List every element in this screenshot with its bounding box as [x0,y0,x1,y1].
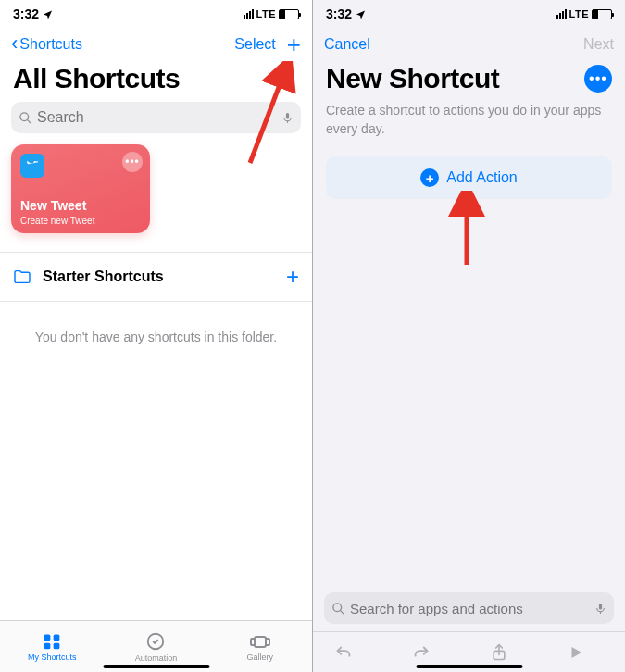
tab-label: Automation [135,653,178,663]
search-field[interactable] [11,102,301,133]
page-title: All Shortcuts [13,63,180,94]
tab-my-shortcuts[interactable]: My Shortcuts [0,621,104,672]
status-time: 3:32 [326,6,352,21]
svg-line-1 [27,119,31,123]
svg-rect-11 [266,639,269,645]
svg-rect-4 [44,634,51,641]
card-title: New Tweet [20,198,86,213]
status-bar: 3:32 LTE [0,0,312,28]
battery-icon [279,9,299,19]
gallery-icon [249,632,271,651]
nav-bar: Cancel Next [313,28,625,61]
empty-state-text: You don't have any shortcuts in this fol… [0,302,312,372]
add-action-button[interactable]: + Add Action [326,156,612,199]
tab-label: My Shortcuts [28,653,77,662]
folder-row-starter[interactable]: Starter Shortcuts + [0,253,312,301]
svg-rect-9 [255,637,266,647]
folder-icon [13,269,31,284]
location-icon [43,9,53,19]
svg-rect-5 [54,634,60,641]
status-time: 3:32 [13,6,39,21]
folder-add-button[interactable]: + [286,264,299,290]
next-button[interactable]: Next [583,36,614,53]
back-label: Shortcuts [19,36,82,53]
svg-rect-7 [54,642,60,649]
nav-bar: ‹ Shortcuts Select + [0,28,312,61]
plus-circle-icon: + [420,168,439,187]
signal-icon [556,9,567,19]
play-button[interactable] [568,644,605,661]
page-title: New Shortcut [326,63,499,94]
svg-line-13 [340,610,344,614]
svg-rect-14 [599,604,602,610]
home-indicator[interactable] [416,665,522,668]
chevron-left-icon: ‹ [11,33,18,54]
search-input[interactable] [37,109,281,126]
add-action-label: Add Action [446,169,518,186]
back-button[interactable]: ‹ Shortcuts [11,34,82,55]
card-subtitle: Create new Tweet [20,216,94,226]
search-icon [19,111,32,125]
svg-rect-2 [286,113,289,118]
shortcut-card-new-tweet[interactable]: ••• New Tweet Create new Tweet [11,144,150,233]
search-actions-field[interactable] [324,592,614,624]
folder-label: Starter Shortcuts [43,268,164,285]
card-options-button[interactable]: ••• [122,152,143,172]
tab-label: Gallery [247,653,274,662]
mic-icon[interactable] [594,601,606,616]
network-label: LTE [569,8,589,19]
mic-icon[interactable] [281,110,294,126]
select-button[interactable]: Select [234,36,275,53]
battery-icon [592,9,612,19]
more-options-button[interactable]: ••• [584,65,612,93]
svg-rect-10 [251,639,255,645]
search-icon [331,602,345,616]
search-actions-input[interactable] [350,601,594,616]
tab-gallery[interactable]: Gallery [208,621,312,672]
grid-icon [42,632,62,651]
redo-button[interactable] [411,642,448,663]
signal-icon [244,9,254,19]
add-shortcut-button[interactable]: + [287,32,301,56]
network-label: LTE [256,8,276,19]
cancel-button[interactable]: Cancel [324,36,370,53]
share-button[interactable] [490,642,527,663]
status-bar: 3:32 LTE [313,0,625,28]
location-icon [356,9,366,19]
twitter-icon [20,154,44,178]
svg-rect-6 [44,642,51,649]
undo-button[interactable] [333,642,370,663]
home-indicator[interactable] [103,665,209,668]
page-subtitle: Create a shortcut to actions you do in y… [313,102,625,151]
automation-icon [145,631,166,652]
